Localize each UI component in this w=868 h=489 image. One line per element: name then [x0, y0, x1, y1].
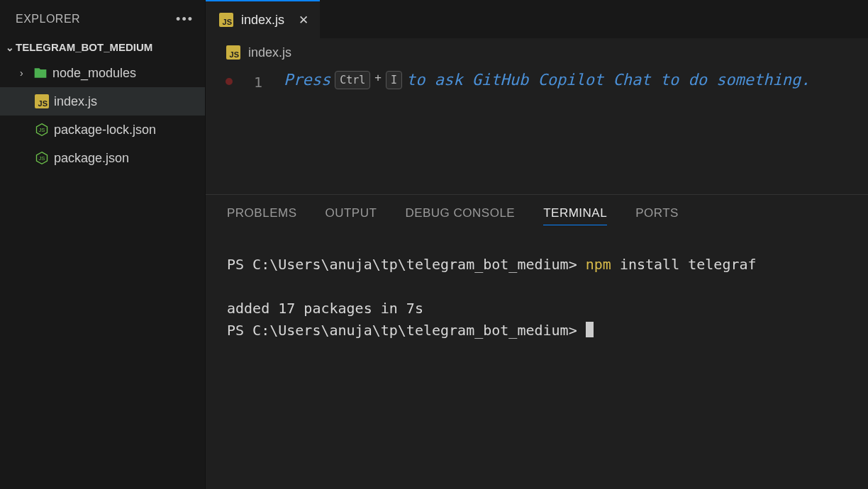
tab-index-js[interactable]: JS index.js ✕ — [206, 0, 320, 38]
terminal[interactable]: PS C:\Users\anuja\tp\telegram_bot_medium… — [206, 232, 868, 489]
breakpoint-dot-icon[interactable] — [226, 78, 233, 85]
more-actions-icon[interactable]: ••• — [176, 12, 194, 27]
editor-gutter: 1 — [206, 68, 284, 194]
terminal-output: added 17 packages in 7s — [227, 300, 423, 317]
breadcrumb[interactable]: JS index.js — [206, 38, 868, 67]
hint-text-pre: Press — [284, 71, 330, 89]
tree-item-label: package-lock.json — [54, 123, 156, 137]
folder-icon — [33, 66, 48, 80]
js-file-icon: JS — [34, 94, 50, 108]
explorer-sidebar: EXPLORER ••• ⌄ TELEGRAM_BOT_MEDIUM › nod… — [0, 0, 206, 489]
nodejs-icon: JS — [34, 123, 50, 137]
copilot-hint: Press Ctrl + I to ask GitHub Copilot Cha… — [284, 68, 868, 194]
panel-tab-bar: PROBLEMS OUTPUT DEBUG CONSOLE TERMINAL P… — [206, 195, 868, 232]
explorer-header: EXPLORER ••• — [0, 0, 205, 38]
app-root: EXPLORER ••• ⌄ TELEGRAM_BOT_MEDIUM › nod… — [0, 0, 868, 489]
panel-tab-output[interactable]: OUTPUT — [325, 206, 377, 225]
tree-item-label: package.json — [54, 151, 129, 166]
tree-item-index-js[interactable]: JS index.js — [0, 87, 205, 116]
svg-text:JS: JS — [39, 127, 45, 133]
line-number: 1 — [254, 72, 262, 91]
chevron-right-icon: › — [20, 67, 33, 79]
js-file-icon: JS — [218, 13, 234, 27]
panel-tab-debug[interactable]: DEBUG CONSOLE — [405, 206, 515, 225]
terminal-prompt: PS C:\Users\anuja\tp\telegram_bot_medium… — [227, 322, 586, 339]
code-editor[interactable]: 1 Press Ctrl + I to ask GitHub Copilot C… — [206, 67, 868, 194]
tree-item-label: node_modules — [52, 66, 136, 81]
close-icon[interactable]: ✕ — [299, 13, 308, 28]
tree-item-package-lock[interactable]: JS package-lock.json — [0, 116, 205, 144]
panel-tab-ports[interactable]: PORTS — [635, 206, 679, 225]
svg-text:JS: JS — [39, 155, 45, 162]
keycap-i: I — [386, 71, 402, 89]
project-root[interactable]: ⌄ TELEGRAM_BOT_MEDIUM — [0, 38, 205, 57]
tree-item-node-modules[interactable]: › node_modules — [0, 59, 205, 87]
tab-bar: JS index.js ✕ — [206, 0, 868, 38]
terminal-command-highlight: npm — [586, 256, 611, 273]
chevron-down-icon: ⌄ — [4, 42, 16, 53]
panel-tab-problems[interactable]: PROBLEMS — [227, 206, 296, 225]
nodejs-icon: JS — [34, 151, 50, 165]
bottom-panel: PROBLEMS OUTPUT DEBUG CONSOLE TERMINAL P… — [206, 194, 868, 489]
panel-tab-terminal[interactable]: TERMINAL — [543, 206, 607, 225]
tree-item-package-json[interactable]: JS package.json — [0, 144, 205, 172]
breadcrumb-label: index.js — [248, 45, 291, 60]
explorer-title: EXPLORER — [16, 13, 80, 26]
tab-label: index.js — [241, 13, 284, 28]
js-file-icon: JS — [226, 45, 241, 60]
terminal-command-rest: install telegraf — [611, 256, 757, 273]
terminal-cursor — [586, 322, 594, 337]
project-name: TELEGRAM_BOT_MEDIUM — [16, 41, 152, 53]
tree-item-label: index.js — [54, 94, 97, 109]
hint-text-post: to ask GitHub Copilot Chat to do somethi… — [406, 71, 811, 89]
terminal-prompt: PS C:\Users\anuja\tp\telegram_bot_medium… — [227, 256, 586, 273]
file-tree: › node_modules JS index.js JS package-lo… — [0, 57, 205, 172]
plus-icon: + — [374, 71, 382, 84]
editor-area: JS index.js ✕ JS index.js 1 Press Ctrl +… — [206, 0, 868, 489]
keycap-ctrl: Ctrl — [335, 71, 370, 89]
